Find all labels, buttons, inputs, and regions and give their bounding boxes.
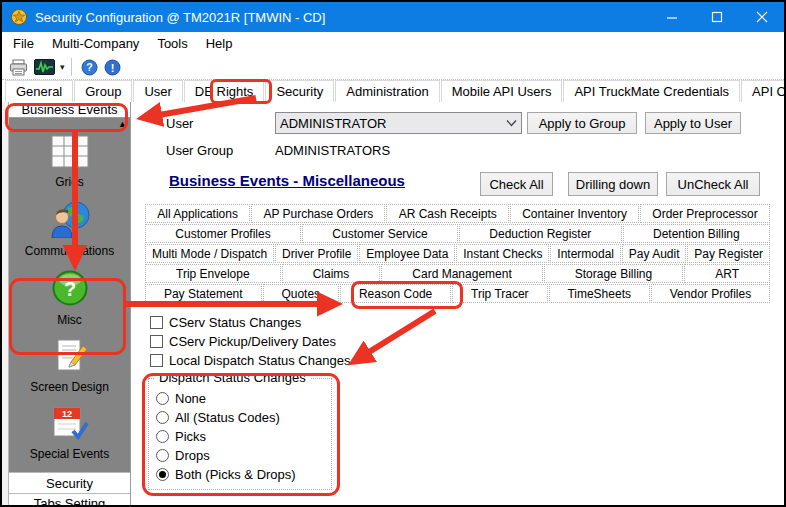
svg-text:?: ?	[86, 61, 92, 73]
category-driver-profile[interactable]: Driver Profile	[275, 244, 358, 263]
about-icon[interactable]: !	[101, 58, 124, 77]
apply-to-user-button[interactable]: Apply to User	[645, 112, 741, 134]
svg-text:12: 12	[62, 409, 72, 419]
category-reason-code[interactable]: Reason Code	[340, 284, 451, 303]
tab-administration[interactable]: Administration	[335, 80, 439, 102]
drops-radio[interactable]	[156, 449, 169, 462]
category-container-inventory[interactable]: Container Inventory	[510, 204, 639, 223]
window-title: Security Configuration @ TM2021R [TMWIN …	[35, 10, 649, 25]
tab-user[interactable]: User	[133, 80, 182, 102]
tab-mobile-api-users[interactable]: Mobile API Users	[441, 80, 563, 102]
category-customer-service[interactable]: Customer Service	[302, 224, 458, 243]
sidebar-tab-security[interactable]: Security	[9, 472, 130, 493]
checkbox-label[interactable]: CServ Status Changes	[169, 315, 301, 330]
maximize-button[interactable]	[694, 2, 739, 32]
checkbox-label[interactable]: Local Dispatch Status Changes	[169, 353, 350, 368]
category-timesheets[interactable]: TimeSheets	[549, 284, 650, 303]
sidebar-item-misc[interactable]: ? Misc	[51, 269, 89, 327]
category-customer-profiles[interactable]: Customer Profiles	[145, 224, 301, 243]
category-ap-purchase-orders[interactable]: AP Purchase Orders	[251, 204, 385, 223]
sidebar-tab-tabs-setting[interactable]: Tabs Setting	[9, 493, 130, 507]
category-all-applications[interactable]: All Applications	[145, 204, 250, 223]
uncheck-all-button[interactable]: UnCheck All	[666, 172, 760, 196]
category-ar-cash-receipts[interactable]: AR Cash Receipts	[386, 204, 509, 223]
dispatch-status-changes-groupbox: Dispatch Status Changes None All (Status…	[148, 378, 332, 490]
sidebar-item-screen-design[interactable]: Screen Design	[30, 338, 109, 394]
category-pay-statement[interactable]: Pay Statement	[145, 284, 262, 303]
sidebar: Business Events ▲	[2, 102, 131, 505]
category-card-management[interactable]: Card Management	[381, 264, 542, 283]
scroll-up-icon[interactable]: ▲	[118, 120, 127, 129]
category-pay-audit[interactable]: Pay Audit	[622, 244, 687, 263]
category-deduction-register[interactable]: Deduction Register	[459, 224, 622, 243]
check-all-button[interactable]: Check All	[480, 172, 553, 196]
toolbar-dropdown-icon[interactable]: ▾	[60, 62, 65, 72]
person-globe-icon	[48, 200, 92, 242]
tab-api-truckmate-credentials[interactable]: API TruckMate Credentials	[563, 80, 740, 102]
both-picks-drops-radio[interactable]	[156, 468, 169, 481]
sidebar-item-special-events[interactable]: 12 Special Events	[30, 405, 109, 461]
category-trip-tracer[interactable]: Trip Tracer	[452, 284, 547, 303]
picks-radio[interactable]	[156, 430, 169, 443]
drilling-down-button[interactable]: Drilling down	[568, 172, 658, 196]
category-art[interactable]: ART	[684, 264, 770, 283]
all-status-codes-radio[interactable]	[156, 411, 169, 424]
checkbox-row: Local Dispatch Status Changes	[150, 351, 350, 370]
radio-label[interactable]: Both (Picks & Drops)	[175, 467, 296, 482]
radio-row: Both (Picks & Drops)	[156, 465, 331, 484]
radio-label[interactable]: None	[175, 391, 206, 406]
sidebar-splitter[interactable]	[2, 102, 9, 505]
main-panel: User ADMINISTRATOR Apply to Group Apply …	[131, 102, 784, 505]
cserv-pickup-delivery-dates-checkbox[interactable]	[150, 335, 163, 348]
help-icon[interactable]: ?	[78, 58, 101, 77]
menu-file[interactable]: File	[4, 34, 43, 53]
tab-security[interactable]: Security	[265, 80, 334, 102]
category-employee-data[interactable]: Employee Data	[359, 244, 455, 263]
category-pay-register[interactable]: Pay Register	[687, 244, 770, 263]
toolbar: ▾ ? !	[2, 55, 784, 80]
printer-icon[interactable]	[6, 58, 31, 77]
none-radio[interactable]	[156, 392, 169, 405]
tab-db-rights[interactable]: DB Rights	[184, 80, 265, 102]
sidebar-item-label: Screen Design	[30, 380, 109, 394]
category-order-preprocessor[interactable]: Order Preprocessor	[640, 204, 770, 223]
chevron-down-icon	[506, 119, 517, 127]
sidebar-item-label: Misc	[57, 313, 82, 327]
sidebar-item-communications[interactable]: Communications	[25, 200, 114, 258]
svg-text:?: ?	[63, 278, 75, 300]
radio-label[interactable]: All (Status Codes)	[175, 410, 280, 425]
sidebar-item-grids[interactable]: Grids	[50, 134, 90, 189]
document-pencil-icon	[51, 338, 89, 378]
radio-label[interactable]: Picks	[175, 429, 206, 444]
local-dispatch-status-changes-checkbox[interactable]	[150, 354, 163, 367]
menu-multi-company[interactable]: Multi-Company	[43, 34, 148, 53]
category-vendor-profiles[interactable]: Vendor Profiles	[651, 284, 770, 303]
minimize-button[interactable]	[649, 2, 694, 32]
menu-help[interactable]: Help	[197, 34, 242, 53]
user-group-label: User Group	[166, 143, 233, 158]
category-intermodal[interactable]: Intermodal	[550, 244, 621, 263]
menu-tools[interactable]: Tools	[148, 34, 196, 53]
green-question-icon: ?	[51, 269, 89, 311]
category-quotes[interactable]: Quotes	[263, 284, 339, 303]
groupbox-legend: Dispatch Status Changes	[155, 370, 310, 385]
category-multi-mode-dispatch[interactable]: Multi Mode / Dispatch	[145, 244, 274, 263]
category-storage-billing[interactable]: Storage Billing	[544, 264, 683, 283]
user-combobox[interactable]: ADMINISTRATOR	[275, 112, 522, 134]
category-detention-billing[interactable]: Detention Billing	[623, 224, 770, 243]
company-monitor-icon[interactable]	[31, 58, 58, 76]
category-trip-envelope[interactable]: Trip Envelope	[145, 264, 281, 283]
checkbox-label[interactable]: CServ Pickup/Delivery Dates	[169, 334, 336, 349]
tab-api-client-credentials[interactable]: API Client Credentials	[741, 80, 786, 102]
category-instant-checks[interactable]: Instant Checks	[456, 244, 549, 263]
toolbar-separator	[71, 58, 72, 76]
user-group-value: ADMINISTRATORS	[275, 143, 390, 158]
tab-general[interactable]: General	[5, 80, 73, 102]
close-button[interactable]	[739, 2, 784, 32]
tab-group[interactable]: Group	[74, 80, 132, 102]
category-claims[interactable]: Claims	[282, 264, 381, 283]
apply-to-group-button[interactable]: Apply to Group	[527, 112, 637, 134]
radio-label[interactable]: Drops	[175, 448, 210, 463]
checkbox-row: CServ Pickup/Delivery Dates	[150, 332, 336, 351]
cserv-status-changes-checkbox[interactable]	[150, 316, 163, 329]
